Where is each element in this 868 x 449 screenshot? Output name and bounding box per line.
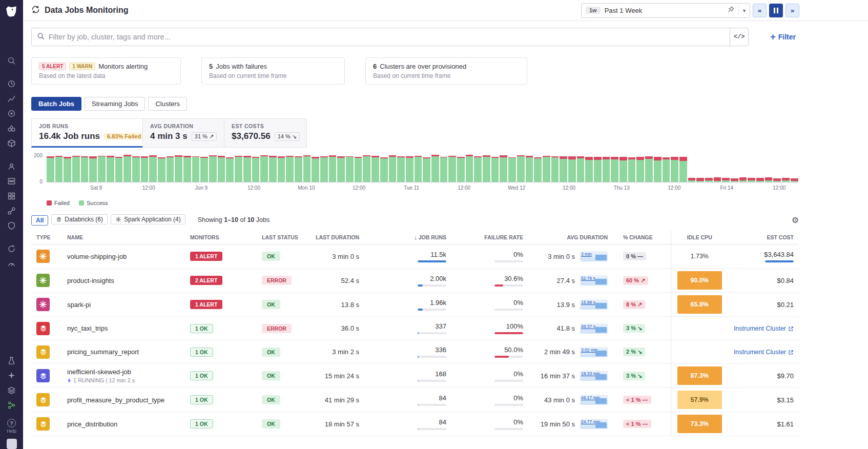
chart-bar[interactable] xyxy=(278,155,285,182)
instrument-cluster-link[interactable]: Instrument Cluster xyxy=(734,325,794,332)
chart-bar[interactable] xyxy=(312,155,319,182)
duration-sparkline[interactable]: 3.02 min xyxy=(580,347,608,357)
instrument-cluster-link[interactable]: Instrument Cluster xyxy=(734,349,794,356)
sidebar-organization-icon[interactable] xyxy=(0,383,23,398)
monitors-badge[interactable]: 1 OK xyxy=(190,324,213,333)
duration-sparkline[interactable]: 24.77 min xyxy=(580,419,608,429)
chart-bar[interactable] xyxy=(551,155,559,182)
chart-bar[interactable] xyxy=(688,155,696,182)
chart-bar[interactable] xyxy=(705,155,713,182)
sidebar-metrics-icon[interactable] xyxy=(0,91,23,106)
chart-bar[interactable] xyxy=(568,155,576,182)
chart-bar[interactable] xyxy=(226,155,234,182)
chart-bar[interactable] xyxy=(791,155,798,182)
add-filter-button[interactable]: + Filter xyxy=(767,32,799,42)
job-name-link[interactable]: nyc_taxi_trips xyxy=(67,324,180,332)
chart-bar[interactable] xyxy=(243,155,251,182)
chart-bar[interactable] xyxy=(123,155,131,182)
chart-bar[interactable] xyxy=(371,155,379,182)
column-header-name[interactable]: NAME xyxy=(62,231,185,244)
duration-sparkline[interactable]: 15.98 s xyxy=(580,299,608,310)
monitors-badge[interactable]: 1 OK xyxy=(190,348,213,357)
chart-bar[interactable] xyxy=(577,155,585,182)
chart-bar[interactable] xyxy=(560,155,567,182)
chevron-down-icon[interactable]: ▾ xyxy=(743,8,746,13)
legend-item-failed[interactable]: Failed xyxy=(47,200,70,206)
table-row[interactable]: pricing_summary_report 1 OK OK 3 min 2 s… xyxy=(31,340,799,364)
table-row[interactable]: inefficient-skewed-job1 RUNNING | 12 min… xyxy=(31,364,799,388)
legend-item-success[interactable]: Success xyxy=(79,200,108,206)
table-row[interactable]: product-insights 2 ALERT ERROR 52.4 s 2.… xyxy=(31,269,799,293)
chart-bar[interactable] xyxy=(115,155,123,182)
job-name-link[interactable]: spark-pi xyxy=(67,301,180,309)
chart-bar[interactable] xyxy=(448,155,456,182)
chart-bar[interactable] xyxy=(389,155,397,182)
sidebar-dashboards-icon[interactable] xyxy=(0,256,23,271)
code-view-button[interactable]: </> xyxy=(730,28,748,46)
chart-bar[interactable] xyxy=(457,155,465,182)
chart-bar[interactable] xyxy=(64,155,71,182)
chart-bar[interactable] xyxy=(603,155,610,182)
chart-bar[interactable] xyxy=(200,155,208,182)
filter-chip-all[interactable]: All xyxy=(31,215,48,226)
job-name-link[interactable]: price_distribution xyxy=(67,420,180,428)
chart-bar[interactable] xyxy=(415,155,422,182)
datadog-logo-icon[interactable] xyxy=(4,3,20,19)
chart-bar[interactable] xyxy=(132,155,140,182)
user-avatar[interactable] xyxy=(7,439,17,449)
chart-bar[interactable] xyxy=(474,155,482,182)
column-header-type[interactable]: TYPE xyxy=(31,231,62,244)
chart-bar[interactable] xyxy=(158,155,166,182)
chart-bar[interactable] xyxy=(218,155,225,182)
chart-bar[interactable] xyxy=(252,155,260,182)
table-row[interactable]: volume-shipping-job 1 ALERT OK 3 min 0 s… xyxy=(31,244,799,269)
summary-card-monitors[interactable]: 5 ALERT 1 WARN Monitors alerting Based o… xyxy=(31,57,181,85)
chart-bar[interactable] xyxy=(209,155,217,182)
column-header-change[interactable]: % CHANGE xyxy=(613,231,671,244)
chart-bar[interactable] xyxy=(500,155,507,182)
chart-bar[interactable] xyxy=(295,155,302,182)
chart-bar[interactable] xyxy=(397,155,405,182)
time-backward-button[interactable]: « xyxy=(753,4,767,17)
chart-bar[interactable] xyxy=(696,155,704,182)
chart-bar[interactable] xyxy=(355,155,362,182)
chart-bar[interactable] xyxy=(141,155,149,182)
chart-bar[interactable] xyxy=(594,155,602,182)
job-name-link[interactable]: profit_measure_by_product_type xyxy=(67,396,180,404)
chart-bar[interactable] xyxy=(517,155,525,182)
summary-card-job-failures[interactable]: 5 Jobs with failures Based on current ti… xyxy=(201,57,345,85)
pause-button[interactable] xyxy=(769,4,783,17)
monitors-badge[interactable]: 1 ALERT xyxy=(190,252,222,261)
chart-bar[interactable] xyxy=(320,155,328,182)
pin-icon[interactable] xyxy=(728,6,734,14)
chart-bar[interactable] xyxy=(636,155,644,182)
search-box[interactable]: </> xyxy=(31,28,749,46)
chart-bar[interactable] xyxy=(782,155,790,182)
chart-bar[interactable] xyxy=(167,155,174,182)
chart-bar[interactable] xyxy=(466,155,473,182)
tab-clusters[interactable]: Clusters xyxy=(148,97,187,111)
chart-bar[interactable] xyxy=(337,155,345,182)
sidebar-watchdog-icon[interactable] xyxy=(0,121,23,136)
chart-bar[interactable] xyxy=(773,155,781,182)
monitors-badge[interactable]: 1 OK xyxy=(190,371,213,380)
job-name-link[interactable]: volume-shipping-job xyxy=(67,253,180,260)
monitors-badge[interactable]: 1 OK xyxy=(190,395,213,404)
chart-bar[interactable] xyxy=(192,155,200,182)
sidebar-labs-icon[interactable] xyxy=(0,353,23,368)
sidebar-infrastructure-icon[interactable] xyxy=(0,174,23,189)
chart-bar[interactable] xyxy=(183,155,191,182)
monitors-badge[interactable]: 1 OK xyxy=(190,419,213,428)
chart-bar[interactable] xyxy=(431,155,439,182)
table-row[interactable]: spark-pi 1 ALERT OK 13.8 s 1.96k 0% 13.9… xyxy=(31,293,799,317)
chart-bar[interactable] xyxy=(526,155,533,182)
tab-streaming-jobs[interactable]: Streaming Jobs xyxy=(85,97,145,111)
chart-bar[interactable] xyxy=(679,155,687,182)
sidebar-help[interactable]: ? Help xyxy=(7,419,16,434)
chart-bar[interactable] xyxy=(72,155,80,182)
column-header-idle-cpu[interactable]: IDLE CPU xyxy=(671,231,728,244)
sidebar-software-delivery-icon[interactable] xyxy=(0,241,23,256)
chart-bar[interactable] xyxy=(739,155,747,182)
sidebar-security-icon[interactable] xyxy=(0,218,23,233)
chart-bar[interactable] xyxy=(491,155,499,182)
